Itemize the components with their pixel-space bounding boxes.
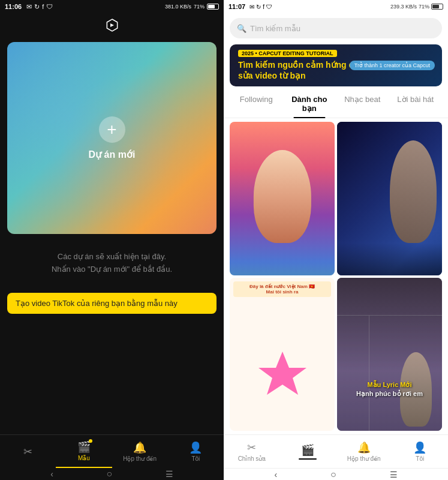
r-nav-hop-thu-den-label: Hộp thư đến — [347, 455, 381, 462]
promo-banner[interactable]: 2025 • CAPCUT EDITING TUTORIAL Tìm kiếm … — [230, 44, 442, 86]
left-status-time: 11:06 — [5, 3, 22, 10]
left-recent-icon[interactable]: ☰ — [166, 469, 173, 479]
tab-nhac-beat[interactable]: Nhạc beat — [336, 90, 389, 118]
left-battery-icon — [207, 4, 219, 10]
right-status-bar: 11:07 ✉ ↻ f 🛡 239.3 KB/s 71% — [224, 0, 448, 13]
nav-mau[interactable]: 🎬 Mẫu — [56, 435, 112, 468]
r-nav-chinh-sua-label: Chỉnh sửa — [238, 455, 266, 462]
r-film-icon: 🎬 — [301, 443, 314, 457]
r-ref-icon: ↻ — [256, 4, 261, 10]
new-project-card[interactable]: + Dự án mới — [7, 42, 217, 234]
bell-icon: 🔔 — [133, 441, 146, 454]
nav-mau-label: Mẫu — [78, 455, 90, 461]
video-grid: bố mày sợ mày quá 😎 ✂ 106.8K ♡ 25K cool … — [224, 118, 448, 434]
r-nav-mau[interactable]: 🎬 — [280, 443, 336, 460]
r-nav-hop-thu-den[interactable]: 🔔 Hộp thư đến — [336, 441, 392, 462]
video-thumb-star: Đây là đất nước Việt Nam 🇻🇳Mai tôi sinh … — [230, 278, 335, 431]
video-card-lyric[interactable]: Mẫu Lyric MớiHạnh phúc bỏ rơi em ⏮ ⏸ ⏭ ✂… — [337, 278, 442, 431]
r-shield-icon: 🛡 — [266, 4, 272, 10]
left-back-icon[interactable]: ‹ — [50, 469, 53, 479]
lyric-overlay: Mẫu Lyric MớiHạnh phúc bỏ rơi em — [337, 380, 442, 399]
promo-badge: 2025 • CAPCUT EDITING TUTORIAL — [238, 50, 337, 57]
r-fb-icon: f — [263, 4, 264, 10]
right-battery-icon — [431, 4, 443, 10]
right-back-icon[interactable]: ‹ — [274, 470, 277, 479]
right-panel: 11:07 ✉ ↻ f 🛡 239.3 KB/s 71% 🔍 Tìm kiếm … — [224, 0, 448, 480]
video-card-cool[interactable]: bố mày sợ mày quá 😎 ✂ 106.8K ♡ 25K cool … — [230, 122, 335, 275]
right-battery-pct: 71% — [419, 4, 429, 10]
right-home-icon[interactable]: ○ — [330, 469, 336, 480]
right-bottom-nav: ✂ Chỉnh sửa 🎬 🔔 Hộp thư đến 👤 Tôi — [224, 434, 448, 468]
search-icon: 🔍 — [237, 24, 246, 33]
user-icon-left: 👤 — [189, 441, 202, 454]
r-msg-icon: ✉ — [249, 4, 254, 10]
left-battery-pct: 71% — [194, 4, 205, 10]
tabs-bar: Following Dành cho bạn Nhạc beat Lời bài… — [224, 90, 448, 118]
tiktok-template-banner[interactable]: Tạo video TikTok của riêng bạn bằng mẫu … — [7, 293, 217, 314]
tab-following[interactable]: Following — [230, 90, 283, 118]
left-bottom-nav: ✂ 🎬 Mẫu 🔔 Hộp thư đến 👤 Tôi — [0, 434, 224, 468]
tab-danh-cho-ban[interactable]: Dành cho bạn — [283, 90, 336, 118]
nav-dot-indicator — [89, 439, 92, 443]
r-nav-toi-label: Tôi — [416, 455, 424, 462]
video-thumb-lyric: Mẫu Lyric MớiHạnh phúc bỏ rơi em ⏮ ⏸ ⏭ ✂… — [337, 278, 442, 431]
nav-toi-left-label: Tôi — [191, 455, 200, 462]
shield-icon: 🛡 — [46, 3, 53, 10]
fb-icon: f — [42, 3, 44, 10]
promo-cta[interactable]: Trở thành 1 creator của Capcut — [350, 61, 435, 70]
capcut-logo-icon — [104, 17, 121, 34]
r-user-icon: 👤 — [413, 441, 426, 454]
left-panel: 11:06 ✉ ↻ f 🛡 381.0 KB/s 71% + Dự án mới… — [0, 0, 224, 480]
video-thumb-ff: ✂ 93K ♡ 28.6K — [337, 122, 442, 275]
msg-icon: ✉ — [26, 3, 32, 11]
left-home-icon[interactable]: ○ — [106, 469, 112, 479]
refresh-icon: ↻ — [34, 3, 40, 11]
r-nav-toi[interactable]: 👤 Tôi — [392, 441, 449, 462]
video-thumb-cool: bố mày sợ mày quá 😎 ✂ 106.8K ♡ 25K — [230, 122, 335, 275]
right-recent-icon[interactable]: ☰ — [390, 470, 398, 479]
right-signal: 239.3 KB/s — [390, 4, 417, 10]
nav-hop-thu-den-label: Hộp thư đến — [123, 455, 157, 462]
nav-toi-left[interactable]: 👤 Tôi — [168, 435, 224, 468]
r-nav-chinh-sua[interactable]: ✂ Chỉnh sửa — [224, 441, 280, 462]
r-bell-icon: 🔔 — [357, 441, 371, 454]
empty-state-text: Các dự án sẽ xuất hiện tại đây. Nhấn vào… — [0, 239, 224, 288]
nav-chinh-sua[interactable]: ✂ — [0, 435, 56, 468]
search-placeholder: Tìm kiếm mẫu — [250, 24, 300, 33]
nav-mau-wrap: 🎬 — [77, 440, 91, 454]
new-project-label: Dự án mới — [89, 149, 136, 160]
search-box[interactable]: 🔍 Tìm kiếm mẫu — [230, 18, 442, 38]
r-scissors-icon: ✂ — [247, 441, 256, 454]
r-nav-underline — [299, 458, 317, 460]
right-search-area: 🔍 Tìm kiếm mẫu — [224, 14, 448, 42]
right-gesture-bar: ‹ ○ ☰ — [224, 468, 448, 480]
right-status-time: 11:07 — [228, 3, 245, 10]
left-gesture-bar: ‹ ○ ☰ — [0, 468, 224, 480]
video-card-star[interactable]: Đây là đất nước Việt Nam 🇻🇳Mai tôi sinh … — [230, 278, 335, 431]
tab-loi-bai-hat[interactable]: Lời bài hát — [389, 90, 443, 118]
banner-text: Tạo video TikTok của riêng bạn bằng mẫu … — [16, 299, 178, 308]
left-header — [0, 13, 224, 37]
video-card-ff[interactable]: ✂ 93K ♡ 28.6K Mẫu ff cho mn Mn ủng hộ mì… — [337, 122, 442, 275]
film-icon: 🎬 — [77, 440, 91, 454]
nav-hop-thu-den[interactable]: 🔔 Hộp thư đến — [112, 435, 168, 468]
scissors-icon: ✂ — [23, 445, 32, 458]
svg-marker-0 — [258, 352, 306, 395]
left-signal: 381.0 KB/s — [165, 4, 191, 10]
plus-icon: + — [99, 116, 125, 143]
